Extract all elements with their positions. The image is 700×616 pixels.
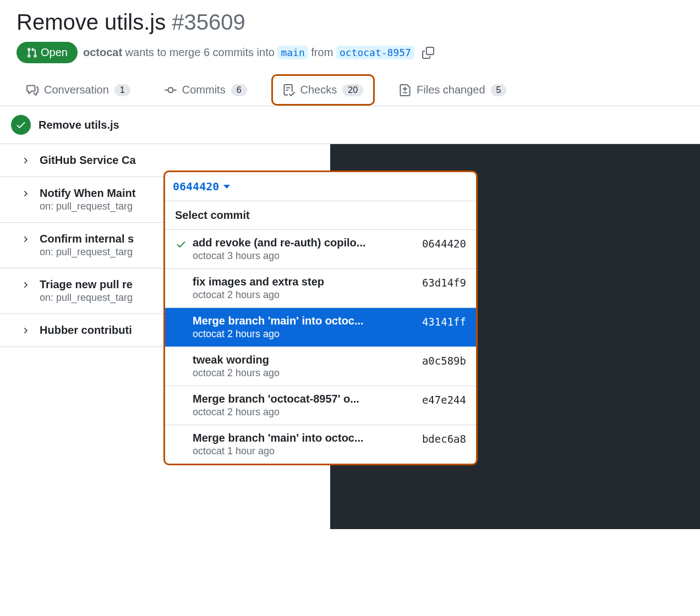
commit-message: Merge branch 'main' into octoc... [193,432,417,444]
pr-state-badge: Open [17,42,78,63]
commit-dropdown-highlight: 0644420 Select commit add revoke (and re… [163,170,478,465]
commit-message: Merge branch 'main' into octoc... [193,315,417,327]
tab-checks-label: Checks [300,84,337,96]
dropdown-title: Select commit [165,201,476,230]
commit-text-col: Merge branch 'main' into octoc...octocat… [193,432,417,457]
chevron-right-icon [21,189,30,200]
tab-commits-count: 6 [231,84,247,96]
commit-dropdown-item[interactable]: tweak wordingoctocat 2 hours agoa0c589b [165,347,476,386]
tab-checks-count: 20 [342,84,363,96]
tab-files-count: 5 [491,84,507,96]
commit-status-col [175,432,187,434]
check-icon [176,239,187,250]
commit-list: add revoke (and re-auth) copilo...octoca… [165,230,476,464]
chevron-right-icon [21,156,30,167]
commit-status-col [175,393,187,395]
commit-text-col: add revoke (and re-auth) copilo...octoca… [193,237,417,262]
commit-message: add revoke (and re-auth) copilo... [193,237,417,249]
pr-meta: Open octocat wants to merge 6 commits in… [17,42,683,63]
tab-conversation-label: Conversation [44,84,109,96]
commit-dropdown-panel: Select commit add revoke (and re-auth) c… [165,201,476,464]
commit-meta: octocat 3 hours ago [193,250,417,262]
check-run-content: GitHub Service Ca [40,154,319,167]
commit-message: fix images and extra step [193,276,417,288]
chevron-right-icon [21,235,30,245]
tab-files[interactable]: Files changed 5 [389,74,516,106]
check-run-title: GitHub Service Ca [40,154,319,167]
git-commit-icon [165,84,177,96]
pr-description: octocat wants to merge 6 commits into ma… [83,46,414,59]
pr-number: #35609 [172,10,245,34]
commit-selector-row: 0644420 [165,172,476,201]
file-diff-icon [399,84,411,96]
git-pull-request-icon [26,47,37,58]
commit-meta: octocat 2 hours ago [193,367,417,379]
commit-status-col [175,237,187,250]
tab-commits-label: Commits [182,84,226,96]
commit-sha: a0c589b [422,354,466,367]
commit-dropdown-item[interactable]: Merge branch 'main' into octoc...octocat… [165,308,476,347]
pr-tabs: Conversation 1 Commits 6 Checks 20 Files… [0,74,700,106]
commit-sha: 63d14f9 [422,276,466,289]
checks-title: Remove utils.js [39,119,119,131]
commit-message: tweak wording [193,354,417,366]
commit-status-col [175,276,187,278]
pr-state-text: Open [41,46,68,59]
copy-icon[interactable] [422,47,434,59]
base-branch[interactable]: main [277,46,308,59]
caret-down-icon [223,185,230,189]
commit-status-col [175,315,187,317]
commit-dropdown-item[interactable]: add revoke (and re-auth) copilo...octoca… [165,230,476,269]
chevron-right-icon [21,280,30,291]
checks-header: Remove utils.js [0,106,700,144]
tab-conversation[interactable]: Conversation 1 [17,74,140,106]
commit-dropdown-item[interactable]: Merge branch 'octocat-8957' o...octocat … [165,386,476,425]
tab-conversation-count: 1 [114,84,130,96]
commit-text-col: Merge branch 'octocat-8957' o...octocat … [193,393,417,418]
pr-title: Remove utils.js #35609 [17,9,683,35]
comment-discussion-icon [26,84,39,96]
tab-commits[interactable]: Commits 6 [155,74,257,106]
commit-meta: octocat 2 hours ago [193,406,417,418]
commit-text-col: Merge branch 'main' into octoc...octocat… [193,315,417,340]
checklist-icon [283,84,295,96]
commit-sha: bdec6a8 [422,432,466,445]
commit-dropdown-container: 0644420 Select commit add revoke (and re… [163,170,478,465]
commit-selector-button[interactable]: 0644420 [173,180,230,193]
commit-meta: octocat 1 hour ago [193,446,417,457]
commit-sha-label: 0644420 [173,180,219,193]
chevron-right-icon [21,326,30,337]
pr-desc-1: wants to merge 6 commits into [122,46,277,58]
commit-message: Merge branch 'octocat-8957' o... [193,393,417,405]
pr-desc-2: from [308,46,336,58]
commit-meta: octocat 2 hours ago [193,289,417,301]
commit-meta: octocat 2 hours ago [193,328,417,340]
commit-text-col: tweak wordingoctocat 2 hours ago [193,354,417,379]
commit-sha: 0644420 [422,237,466,250]
pr-author[interactable]: octocat [83,46,122,58]
tab-files-label: Files changed [417,84,485,96]
tab-checks[interactable]: Checks 20 [271,74,375,106]
commit-status-col [175,354,187,356]
commit-dropdown-item[interactable]: Merge branch 'main' into octoc...octocat… [165,425,476,464]
commit-sha: 43141ff [422,315,466,328]
head-branch[interactable]: octocat-8957 [336,46,414,59]
pr-title-text: Remove utils.js [17,10,166,34]
success-status-icon [11,115,31,135]
pr-header: Remove utils.js #35609 Open octocat want… [0,0,700,63]
commit-text-col: fix images and extra stepoctocat 2 hours… [193,276,417,301]
commit-sha: e47e244 [422,393,466,406]
commit-dropdown-item[interactable]: fix images and extra stepoctocat 2 hours… [165,269,476,308]
